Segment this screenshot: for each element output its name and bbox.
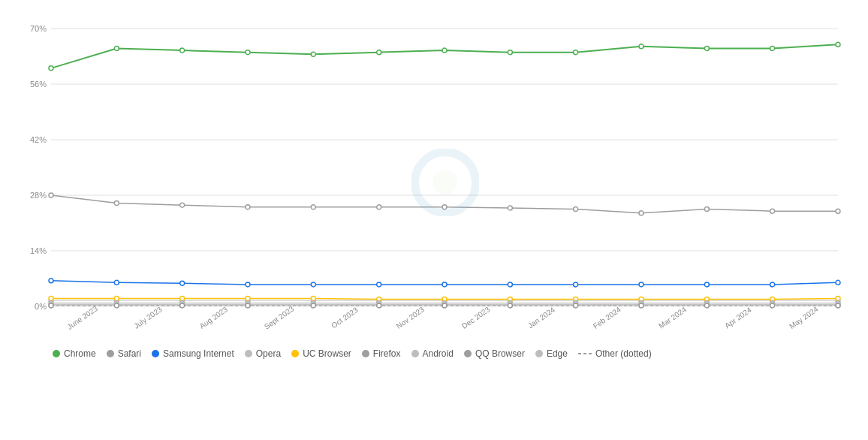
legend-item-edge: Edge (535, 348, 568, 359)
svg-text:July 2023: July 2023 (132, 305, 164, 330)
svg-point-30 (311, 52, 315, 56)
svg-point-144 (114, 303, 119, 308)
svg-text:June 2023: June 2023 (65, 304, 99, 331)
legend-item-android: Android (411, 348, 454, 359)
legend-dot-edge (535, 350, 543, 357)
svg-text:Jan 2024: Jan 2024 (526, 306, 556, 330)
svg-point-53 (114, 280, 119, 285)
svg-text:28%: 28% (30, 191, 47, 200)
svg-point-54 (180, 281, 185, 285)
svg-point-59 (508, 282, 512, 287)
legend-item-opera: Opera (245, 348, 281, 359)
svg-point-147 (311, 303, 315, 308)
svg-point-36 (704, 46, 709, 50)
legend-item-firefox: Firefox (362, 348, 401, 359)
legend-dot-qqbrowser (464, 350, 472, 357)
svg-point-40 (114, 201, 119, 206)
svg-point-42 (246, 205, 250, 209)
svg-text:Mar 2024: Mar 2024 (657, 305, 688, 330)
svg-point-62 (704, 282, 709, 287)
legend-label-safari: Safari (118, 348, 141, 359)
chart-container: 0%14%28%42%56%70%June 2023July 2023Aug 2… (0, 0, 868, 440)
legend-label-firefox: Firefox (373, 348, 401, 359)
svg-point-38 (836, 42, 840, 47)
svg-text:May 2024: May 2024 (788, 305, 820, 330)
svg-point-63 (770, 282, 775, 287)
svg-point-58 (442, 282, 447, 287)
legend-dot-chrome (53, 350, 60, 357)
svg-text:Nov 2023: Nov 2023 (395, 305, 426, 330)
legend-label-android: Android (423, 348, 454, 359)
svg-point-44 (377, 205, 381, 209)
legend-dot-android (411, 350, 419, 357)
svg-point-90 (836, 296, 840, 300)
svg-point-29 (246, 50, 250, 55)
svg-point-41 (180, 203, 185, 207)
svg-point-148 (377, 303, 381, 308)
svg-point-37 (770, 46, 775, 50)
legend-label-opera: Opera (256, 348, 281, 359)
svg-point-145 (180, 303, 185, 308)
legend-label-chrome: Chrome (64, 348, 96, 359)
svg-point-34 (574, 50, 578, 55)
legend-label-other: Other (dotted) (595, 348, 652, 359)
legend-item-safari: Safari (107, 348, 141, 359)
svg-point-153 (704, 303, 709, 308)
svg-point-56 (311, 282, 315, 287)
svg-text:70%: 70% (30, 24, 47, 33)
svg-point-35 (639, 44, 643, 49)
legend-dot-opera (245, 350, 252, 357)
svg-point-155 (836, 303, 840, 308)
svg-text:Dec 2023: Dec 2023 (460, 305, 492, 330)
svg-point-48 (639, 211, 643, 215)
svg-point-26 (49, 66, 53, 71)
legend-dot-other (578, 353, 592, 354)
svg-point-27 (114, 46, 119, 50)
svg-point-60 (574, 282, 578, 287)
svg-point-31 (377, 50, 381, 55)
svg-point-45 (442, 205, 447, 209)
svg-point-149 (442, 303, 447, 308)
legend-item-qqbrowser: QQ Browser (464, 348, 525, 359)
svg-point-146 (246, 303, 250, 308)
chart-area: 0%14%28%42%56%70%June 2023July 2023Aug 2… (15, 21, 853, 344)
svg-point-82 (311, 296, 315, 300)
svg-point-61 (639, 282, 643, 287)
svg-text:56%: 56% (30, 80, 47, 89)
svg-point-49 (704, 207, 709, 212)
svg-point-32 (442, 48, 447, 53)
svg-point-57 (377, 282, 381, 287)
svg-point-78 (49, 296, 53, 300)
svg-point-64 (836, 280, 840, 285)
svg-point-28 (180, 48, 185, 53)
legend-dot-ucbrowser (291, 350, 299, 357)
svg-point-151 (574, 303, 578, 308)
svg-point-47 (574, 207, 578, 212)
legend-label-qqbrowser: QQ Browser (475, 348, 525, 359)
svg-text:Aug 2023: Aug 2023 (198, 305, 230, 330)
svg-point-152 (639, 303, 643, 308)
legend-dot-samsung (152, 350, 159, 357)
svg-point-154 (770, 303, 775, 308)
svg-point-150 (508, 303, 512, 308)
svg-text:Sept 2023: Sept 2023 (263, 304, 296, 330)
svg-text:42%: 42% (30, 135, 47, 144)
line-chart-svg: 0%14%28%42%56%70%June 2023July 2023Aug 2… (15, 21, 853, 344)
legend-item-ucbrowser: UC Browser (291, 348, 351, 359)
svg-point-81 (246, 296, 250, 300)
svg-point-43 (311, 205, 315, 209)
legend-item-chrome: Chrome (53, 348, 96, 359)
legend-label-samsung: Samsung Internet (163, 348, 234, 359)
legend-item-other: Other (dotted) (578, 348, 652, 359)
legend-dot-safari (107, 350, 114, 357)
svg-text:14%: 14% (30, 246, 47, 255)
svg-point-46 (508, 206, 512, 210)
svg-text:0%: 0% (35, 302, 47, 311)
legend-item-samsung: Samsung Internet (152, 348, 234, 359)
svg-text:Oct 2023: Oct 2023 (330, 306, 360, 330)
svg-text:Feb 2024: Feb 2024 (592, 305, 622, 330)
svg-point-39 (49, 193, 53, 197)
svg-point-55 (246, 282, 250, 287)
svg-point-51 (836, 209, 840, 213)
svg-point-143 (49, 303, 53, 308)
